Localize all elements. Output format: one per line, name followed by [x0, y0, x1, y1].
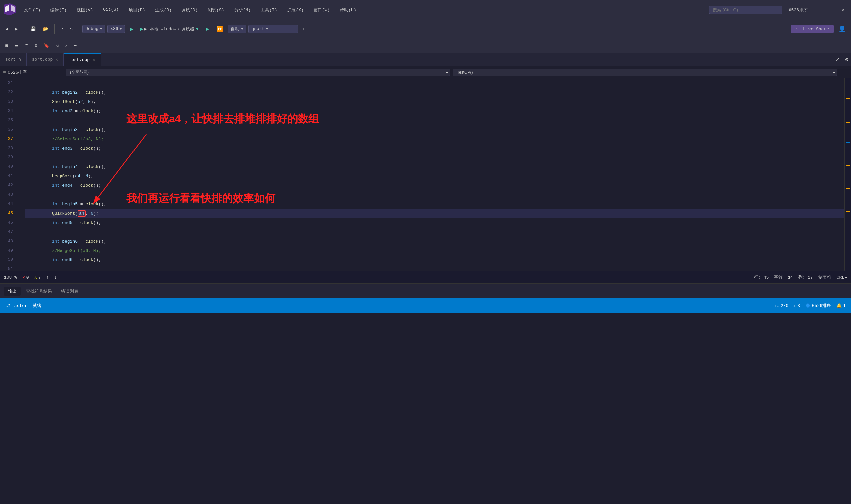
- save-all-button[interactable]: 💾: [28, 25, 38, 33]
- indicator-5: [846, 188, 850, 189]
- auto-dropdown[interactable]: 自动 ▾: [228, 24, 246, 33]
- menu-edit[interactable]: 编辑(E): [46, 6, 71, 14]
- error-indicator[interactable]: ✕ 0: [22, 275, 29, 280]
- menu-window[interactable]: 窗口(W): [309, 6, 334, 14]
- code-line-47: [25, 227, 844, 237]
- menu-build[interactable]: 生成(B): [150, 6, 176, 14]
- step-button[interactable]: ⏩: [214, 24, 226, 34]
- line-34: 34: [0, 106, 16, 115]
- close-button[interactable]: ✕: [838, 6, 847, 14]
- error-count: 0: [26, 275, 29, 280]
- code-line-34: int end2 = clock();: [25, 106, 844, 115]
- scope-dropdown[interactable]: (全局范围): [66, 69, 450, 76]
- merge-count[interactable]: ↑↓ 2/0: [774, 303, 788, 308]
- code-area[interactable]: int begin2 = clock(); ShellSort(a2, N); …: [20, 78, 844, 271]
- tab-expand-button[interactable]: ⤢: [833, 53, 843, 66]
- project-icon: 🔷: [805, 303, 811, 308]
- navigate-back-button[interactable]: ←: [840, 69, 848, 76]
- output-tab-find[interactable]: 查找符号结果: [22, 287, 56, 296]
- continue-button[interactable]: ▶: [203, 24, 212, 34]
- output-tab-errors[interactable]: 错误列表: [57, 287, 83, 296]
- down-arrow-button[interactable]: ↓: [54, 275, 57, 280]
- run-local-button[interactable]: ▶ ▶ 本地 Windows 调试器 ▾: [138, 24, 201, 34]
- function-scope-dropdown[interactable]: TestOP(): [453, 69, 837, 76]
- indicator-2: [846, 122, 850, 123]
- code-line-32: int begin2 = clock();: [25, 88, 844, 97]
- warning-indicator[interactable]: △ 7: [34, 275, 41, 281]
- app-logo: [4, 3, 16, 17]
- menu-help[interactable]: 帮助(H): [335, 6, 361, 14]
- search-input[interactable]: [709, 6, 782, 14]
- menu-tools[interactable]: 工具(T): [256, 6, 282, 14]
- config-dropdown[interactable]: Debug ▾: [83, 25, 105, 33]
- code-line-37: //SelectSort(a3, N);: [25, 134, 844, 144]
- toolbar2-btn2[interactable]: ☰: [12, 41, 21, 50]
- editor-container: 31 32 33 34 35 36 37 38 39 40 41 42 43 4…: [0, 78, 851, 271]
- right-scroll-indicators[interactable]: [844, 78, 851, 271]
- redo-button[interactable]: ↪: [68, 25, 75, 33]
- warning-count: 7: [38, 275, 41, 280]
- output-tabs: 输出 查找符号结果 错误列表: [0, 284, 851, 298]
- toolbar2-btn1[interactable]: ⊠: [3, 41, 11, 50]
- tab-close-test-cpp[interactable]: ✕: [92, 57, 95, 63]
- toolbar2-btn5[interactable]: 🔖: [41, 41, 52, 50]
- run-button[interactable]: ▶: [127, 24, 136, 34]
- bell-icon: 🔔: [836, 303, 842, 308]
- code-line-45: QuickSort(a4, N);: [25, 209, 844, 218]
- toolbar2-btn8[interactable]: ⋯: [71, 41, 79, 50]
- undo-button[interactable]: ↩: [58, 25, 66, 33]
- menu-debug[interactable]: 调试(D): [177, 6, 202, 14]
- git-branch-indicator[interactable]: ⎇ master: [5, 303, 27, 308]
- nav-forward-button[interactable]: ▶: [13, 25, 21, 33]
- line-47: 47: [0, 227, 16, 237]
- menu-view[interactable]: 视图(V): [72, 6, 98, 14]
- tab-sort-h[interactable]: sort.h: [0, 53, 26, 66]
- tab-close-sort-cpp[interactable]: ✕: [55, 57, 58, 62]
- notification-bell[interactable]: 🔔 1: [836, 303, 846, 308]
- live-share-button[interactable]: ⚡ Live Share: [791, 25, 834, 33]
- toolbar2-btn3[interactable]: ≡: [23, 41, 31, 49]
- toolbar2-btn7[interactable]: ▷: [62, 41, 70, 50]
- window-controls: — □ ✕: [814, 6, 847, 14]
- maximize-button[interactable]: □: [827, 6, 835, 14]
- indicator-6: [846, 211, 850, 212]
- code-line-46: int end5 = clock();: [25, 218, 844, 227]
- tab-settings-button[interactable]: ⚙: [843, 53, 851, 66]
- menu-git[interactable]: Git(G): [99, 6, 123, 14]
- tab-test-cpp[interactable]: test.cpp ✕: [64, 53, 101, 66]
- open-button[interactable]: 📂: [40, 25, 51, 33]
- menu-file[interactable]: 文件(F): [19, 6, 45, 14]
- up-arrow-button[interactable]: ↑: [46, 275, 49, 280]
- tab-sort-cpp[interactable]: sort.cpp ✕: [26, 53, 64, 66]
- code-line-50: int end6 = clock();: [25, 255, 844, 265]
- project-status[interactable]: 🔷 0526排序: [805, 303, 831, 309]
- zoom-level: 108 %: [4, 275, 17, 280]
- code-line-41: HeapSort(a4, N);: [25, 172, 844, 181]
- output-tab-output[interactable]: 输出: [4, 287, 21, 296]
- line-32: 32: [0, 88, 16, 97]
- minimize-button[interactable]: —: [814, 6, 823, 14]
- line-48: 48: [0, 237, 16, 246]
- nav-back-button[interactable]: ◀: [3, 25, 11, 33]
- toolbar2-btn4[interactable]: ⊡: [32, 41, 40, 50]
- project-indicator: ⊞ 0526排序: [3, 69, 63, 75]
- code-line-38: int end3 = clock();: [25, 144, 844, 153]
- error-icon: ✕: [22, 275, 25, 280]
- toolbar2-btn6[interactable]: ◁: [53, 41, 61, 50]
- menu-analyze[interactable]: 分析(N): [230, 6, 255, 14]
- tab-spacer: [101, 53, 833, 66]
- nav-function-button[interactable]: ⊞: [300, 25, 308, 33]
- user-icon[interactable]: 👤: [836, 24, 848, 34]
- menu-test[interactable]: 测试(S): [203, 6, 229, 14]
- lint-count[interactable]: ✏ 3: [794, 303, 800, 308]
- menu-project[interactable]: 项目(P): [124, 6, 149, 14]
- menu-bar: 文件(F) 编辑(E) 视图(V) Git(G) 项目(P) 生成(B) 调试(…: [19, 6, 709, 14]
- indicator-4: [846, 165, 850, 166]
- platform-dropdown[interactable]: x86 ▾: [107, 25, 125, 33]
- line-31: 31: [0, 78, 16, 88]
- line-50: 50: [0, 255, 16, 265]
- notification-count: 1: [843, 303, 846, 308]
- line-51: 51: [0, 265, 16, 271]
- function-dropdown[interactable]: qsort ▾: [248, 25, 298, 33]
- menu-extensions[interactable]: 扩展(X): [282, 6, 308, 14]
